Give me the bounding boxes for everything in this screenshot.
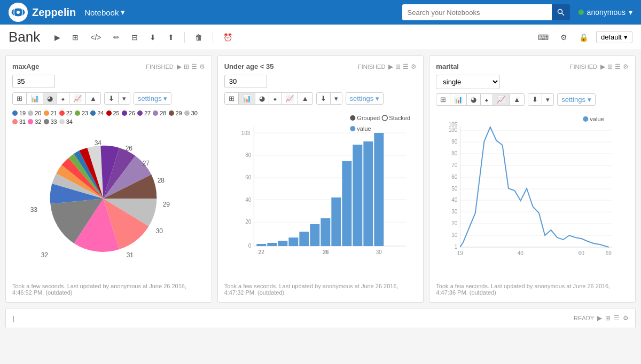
import-btn[interactable]: ⬆ bbox=[164, 31, 178, 44]
settings-dropdown-btn-3[interactable]: settings ▾ bbox=[557, 93, 595, 106]
svg-point-5 bbox=[350, 115, 355, 121]
svg-text:80: 80 bbox=[452, 151, 458, 156]
notebook-menu-btn[interactable]: Notebook ▾ bbox=[84, 7, 125, 17]
line-chart-btn-2[interactable]: 📈 bbox=[282, 93, 298, 104]
bar-chart-btn-3[interactable]: 📊 bbox=[450, 94, 467, 105]
default-dropdown-btn[interactable]: default ▾ bbox=[596, 31, 632, 43]
bar-chart-btn-2[interactable]: 📊 bbox=[239, 93, 255, 104]
download-group-3: ⬇ ▾ bbox=[528, 93, 554, 106]
panel-marital-header: marital FINISHED ▶ ⊞ ☰ ⚙ bbox=[436, 62, 629, 70]
list-icon[interactable]: ☰ bbox=[191, 63, 197, 70]
schedule-btn[interactable]: ⏰ bbox=[220, 31, 236, 44]
download-btn-2[interactable]: ⬇ bbox=[317, 93, 331, 104]
panel-underage-title: Under age < 35 bbox=[224, 62, 274, 70]
table-view-btn-3[interactable]: ⊞ bbox=[436, 94, 450, 105]
pie-chart-btn[interactable]: ◕ bbox=[43, 93, 57, 104]
bottom-run-icon[interactable]: ▶ bbox=[597, 314, 602, 322]
underage-input[interactable] bbox=[224, 75, 267, 88]
download-btn-1[interactable]: ⬇ bbox=[105, 93, 119, 104]
line-chart-btn-3[interactable]: 📈 bbox=[493, 94, 510, 105]
bottom-panel-cursor: | bbox=[12, 314, 14, 322]
gear-icon-2[interactable]: ⚙ bbox=[411, 63, 417, 70]
download-more-btn-2[interactable]: ▾ bbox=[331, 93, 342, 104]
bottom-gear-icon[interactable]: ⚙ bbox=[623, 314, 629, 322]
list-icon-3[interactable]: ☰ bbox=[615, 63, 621, 70]
bar-25 bbox=[320, 218, 330, 246]
panel-marital-status: FINISHED ▶ ⊞ ☰ ⚙ bbox=[570, 63, 629, 70]
legend-34: 34 bbox=[59, 118, 73, 125]
svg-text:69: 69 bbox=[606, 250, 612, 256]
table-view-btn[interactable]: ⊞ bbox=[13, 93, 27, 104]
notebook-toolbar: Bank ▶ ⊞ </> ✏ ⊟ ⬇ ⬆ 🗑 ⏰ ⌨ ⚙ 🔒 default ▾ bbox=[0, 25, 641, 50]
scatter-chart-btn-2[interactable]: ⬥ bbox=[269, 93, 282, 104]
bar-chart-btn[interactable]: 📊 bbox=[27, 93, 43, 104]
table-view-btn-2[interactable]: ⊞ bbox=[225, 93, 239, 104]
marital-select[interactable]: single married divorced bbox=[436, 75, 500, 89]
svg-point-9 bbox=[350, 126, 355, 131]
expand-icon[interactable]: ⊞ bbox=[184, 63, 189, 70]
svg-text:80: 80 bbox=[245, 152, 252, 158]
bottom-panel: | READY ▶ ⊞ ☰ ⚙ bbox=[5, 308, 636, 328]
app-title: Zeppelin bbox=[32, 6, 76, 19]
area-chart-btn-2[interactable]: ▲ bbox=[298, 93, 312, 104]
panel-maxage-status: FINISHED ▶ ⊞ ☰ ⚙ bbox=[146, 63, 205, 70]
scatter-chart-btn[interactable]: ⬥ bbox=[57, 93, 69, 104]
download-more-btn-1[interactable]: ▾ bbox=[119, 93, 130, 104]
list-icon-2[interactable]: ☰ bbox=[403, 63, 409, 70]
delete-btn[interactable]: 🗑 bbox=[191, 31, 206, 44]
line-chart-btn[interactable]: 📈 bbox=[69, 93, 86, 104]
area-chart-btn[interactable]: ▲ bbox=[86, 93, 100, 104]
expand-icon-2[interactable]: ⊞ bbox=[395, 63, 401, 70]
search-button[interactable] bbox=[552, 4, 570, 20]
svg-line-4 bbox=[561, 13, 564, 16]
panel-maxage: maxAge FINISHED ▶ ⊞ ☰ ⚙ ⊞ 📊 ◕ bbox=[5, 56, 212, 303]
code-btn[interactable]: </> bbox=[87, 31, 105, 44]
settings-dropdown-btn-1[interactable]: settings ▾ bbox=[134, 92, 171, 105]
scatter-chart-btn-3[interactable]: ⬥ bbox=[481, 94, 493, 105]
pie-chart-area: 34 26 27 28 29 30 31 32 33 bbox=[12, 129, 205, 279]
line-chart-svg: value 1 10 20 30 40 50 60 bbox=[436, 111, 629, 266]
run-all-paragraphs-btn[interactable]: ⊞ bbox=[68, 31, 82, 44]
panel-maxage-footer: Took a few seconds. Last updated by anon… bbox=[12, 283, 205, 296]
export-btn[interactable]: ⬇ bbox=[146, 31, 160, 44]
search-input[interactable] bbox=[402, 4, 552, 20]
bottom-list-icon[interactable]: ☰ bbox=[614, 314, 620, 322]
bar-chart-area: Grouped Stacked value 0 20 40 bbox=[224, 110, 417, 279]
run-icon-3[interactable]: ▶ bbox=[600, 63, 605, 70]
run-icon-2[interactable]: ▶ bbox=[388, 63, 393, 70]
download-btn-3[interactable]: ⬇ bbox=[528, 94, 542, 105]
panel-marital-icons: ▶ ⊞ ☰ ⚙ bbox=[600, 63, 629, 70]
bottom-expand-icon[interactable]: ⊞ bbox=[605, 314, 611, 322]
bar-30 bbox=[374, 133, 384, 246]
run-icon[interactable]: ▶ bbox=[177, 63, 182, 70]
maxage-input[interactable] bbox=[12, 75, 55, 88]
bar-28 bbox=[353, 145, 362, 246]
pie-label-32: 32 bbox=[41, 251, 49, 259]
settings-dropdown-btn-2[interactable]: settings ▾ bbox=[346, 92, 384, 105]
download-more-btn-3[interactable]: ▾ bbox=[542, 94, 553, 105]
gear-icon[interactable]: ⚙ bbox=[199, 63, 205, 70]
gear-icon-3[interactable]: ⚙ bbox=[623, 63, 629, 70]
expand-icon-3[interactable]: ⊞ bbox=[607, 63, 613, 70]
pie-chart-btn-2[interactable]: ◕ bbox=[255, 93, 269, 104]
pie-chart-btn-3[interactable]: ◕ bbox=[467, 94, 481, 105]
pie-chart-svg: 34 26 27 28 29 30 31 32 33 bbox=[12, 129, 205, 268]
keyboard-btn[interactable]: ⌨ bbox=[534, 31, 552, 44]
svg-text:60: 60 bbox=[245, 175, 252, 180]
chart-type-group-3: ⊞ 📊 ◕ ⬥ 📈 ▲ bbox=[436, 93, 525, 106]
edit-btn[interactable]: ✏ bbox=[110, 31, 123, 44]
bar-29 bbox=[363, 141, 373, 246]
area-chart-btn-3[interactable]: ▲ bbox=[510, 94, 524, 105]
svg-point-30 bbox=[583, 116, 589, 122]
legend-20: 20 bbox=[28, 110, 41, 116]
bar-24 bbox=[310, 224, 319, 246]
lock-btn[interactable]: 🔒 bbox=[575, 31, 592, 44]
toolbar-right: ⌨ ⚙ 🔒 default ▾ bbox=[534, 31, 632, 44]
layout-btn[interactable]: ⊟ bbox=[128, 31, 142, 44]
run-all-btn[interactable]: ▶ bbox=[51, 31, 64, 44]
settings-btn[interactable]: ⚙ bbox=[557, 31, 571, 44]
pie-label-26: 26 bbox=[126, 145, 133, 152]
svg-text:50: 50 bbox=[452, 186, 458, 192]
svg-text:0: 0 bbox=[248, 243, 251, 249]
user-menu[interactable]: anonymous ▾ bbox=[579, 8, 632, 17]
